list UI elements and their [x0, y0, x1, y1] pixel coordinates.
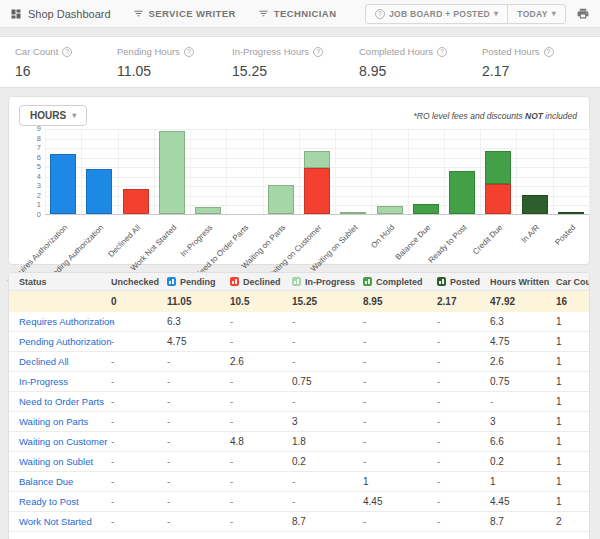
cell: - — [111, 436, 167, 447]
status-link[interactable]: In-Progress — [9, 376, 111, 387]
gridline — [408, 129, 409, 214]
cell: 0.75 — [490, 376, 556, 387]
bar-segment-pending[interactable] — [50, 154, 76, 214]
status-link[interactable]: Work Not Started — [9, 516, 111, 527]
table-row: Ready to Post----4.45-4.451 — [9, 492, 589, 512]
cell: - — [167, 476, 230, 487]
y-axis-tick: 1 — [15, 201, 41, 209]
bar-segment-declined[interactable] — [304, 168, 330, 214]
cell: - — [230, 416, 292, 427]
bar-segment-posted[interactable] — [558, 212, 584, 214]
status-link[interactable]: Balance Due — [9, 476, 111, 487]
gridline — [154, 129, 155, 214]
cell: 4.75 — [167, 336, 230, 347]
status-link[interactable]: Declined All — [9, 356, 111, 367]
cell: - — [167, 396, 230, 407]
print-button[interactable] — [576, 7, 590, 20]
status-link[interactable]: Need to Order Parts — [9, 396, 111, 407]
cell: 1 — [556, 396, 589, 407]
cell: 6.3 — [490, 316, 556, 327]
status-link[interactable]: Waiting on Sublet — [9, 456, 111, 467]
nav-shop-dashboard[interactable]: Shop Dashboard — [10, 8, 111, 20]
bar-segment-declined[interactable] — [123, 189, 149, 214]
cell: - — [230, 456, 292, 467]
cell: - — [111, 456, 167, 467]
bar-segment-in-progress[interactable] — [377, 206, 403, 214]
cell: 4.75 — [490, 336, 556, 347]
cell: 2.6 — [230, 356, 292, 367]
stat-help-icon[interactable]: ? — [313, 47, 323, 57]
cell: - — [230, 516, 292, 527]
bar-segment-pending[interactable] — [86, 169, 112, 214]
gridline — [45, 129, 589, 130]
stat-label: Pending Hours? — [117, 46, 232, 57]
status-link[interactable]: Requires Authorization — [9, 316, 111, 327]
hours-dropdown[interactable]: HOURS ▾ — [19, 105, 87, 126]
bar-segment-completed[interactable] — [485, 151, 511, 184]
cell: - — [292, 356, 363, 367]
gridline — [45, 148, 589, 149]
stat-value: 8.95 — [359, 63, 482, 79]
cell: - — [111, 476, 167, 487]
job-board-posted-button[interactable]: ? JOB BOARD + POSTED ▾ — [366, 5, 507, 23]
filter-icon — [133, 8, 144, 19]
bar-segment-in-progress[interactable] — [340, 212, 366, 214]
cell: - — [437, 516, 490, 527]
stat-label: Completed Hours? — [359, 46, 482, 57]
column-header-label: Pending — [180, 277, 216, 287]
bar-segment-completed[interactable] — [413, 204, 439, 214]
cell: 1.8 — [292, 436, 363, 447]
cell: - — [363, 376, 437, 387]
bar-segment-declined[interactable] — [485, 184, 511, 214]
status-link[interactable]: Ready to Post — [9, 496, 111, 507]
totals-row: 011.0510.515.258.952.1747.9216 — [9, 291, 589, 312]
bar-segment-in-progress[interactable] — [159, 131, 185, 214]
cell: - — [437, 496, 490, 507]
column-header: Declined — [230, 277, 292, 287]
gridline — [263, 129, 264, 214]
y-axis-tick: 5 — [15, 163, 41, 171]
cell: - — [167, 516, 230, 527]
tab-technician[interactable]: TECHNICIAN — [258, 8, 337, 19]
cell: - — [437, 336, 490, 347]
cell: - — [292, 496, 363, 507]
bar-chart: 0123456789Requires AuthorizationPending … — [45, 129, 589, 215]
bar-segment-completed[interactable] — [449, 171, 475, 214]
bar-segment-posted[interactable] — [522, 195, 548, 214]
status-link[interactable]: Pending Authorization — [9, 336, 111, 347]
stat-help-icon[interactable]: ? — [184, 47, 194, 57]
bar-segment-in-progress[interactable] — [195, 207, 221, 214]
gridline — [299, 129, 300, 214]
stat-help-icon[interactable]: ? — [437, 47, 447, 57]
column-header: Unchecked — [111, 277, 167, 287]
legend-chip-icon — [167, 277, 176, 286]
cell: - — [363, 316, 437, 327]
cell: - — [437, 416, 490, 427]
printer-icon — [576, 7, 590, 20]
stat-help-icon[interactable]: ? — [62, 47, 72, 57]
today-button[interactable]: TODAY ▾ — [507, 5, 565, 23]
cell: - — [363, 336, 437, 347]
table-row: Pending Authorization-4.75----4.751 — [9, 332, 589, 352]
table-row: Waiting on Parts---3--31 — [9, 412, 589, 432]
chart-note: *RO level fees and discounts NOT include… — [414, 111, 578, 121]
bar-segment-in-progress[interactable] — [268, 185, 294, 214]
cell: - — [363, 396, 437, 407]
legend-chip-icon — [437, 277, 446, 286]
y-axis-tick: 2 — [15, 192, 41, 200]
y-axis-tick: 9 — [15, 125, 41, 133]
y-axis-tick: 0 — [15, 211, 41, 219]
cell: - — [111, 356, 167, 367]
cell: - — [167, 436, 230, 447]
help-icon: ? — [375, 9, 385, 19]
status-link[interactable]: Waiting on Customer — [9, 436, 111, 447]
filter-icon — [258, 8, 269, 19]
cell: - — [111, 376, 167, 387]
status-link[interactable]: Waiting on Parts — [9, 416, 111, 427]
table-header: StatusUncheckedPendingDeclinedIn-Progres… — [9, 273, 589, 291]
stat-help-icon[interactable]: ? — [544, 47, 554, 57]
stat-label: Posted Hours? — [482, 46, 600, 57]
tab-service-writer[interactable]: SERVICE WRITER — [133, 8, 236, 19]
y-axis-tick: 4 — [15, 173, 41, 181]
bar-segment-in-progress[interactable] — [304, 151, 330, 168]
